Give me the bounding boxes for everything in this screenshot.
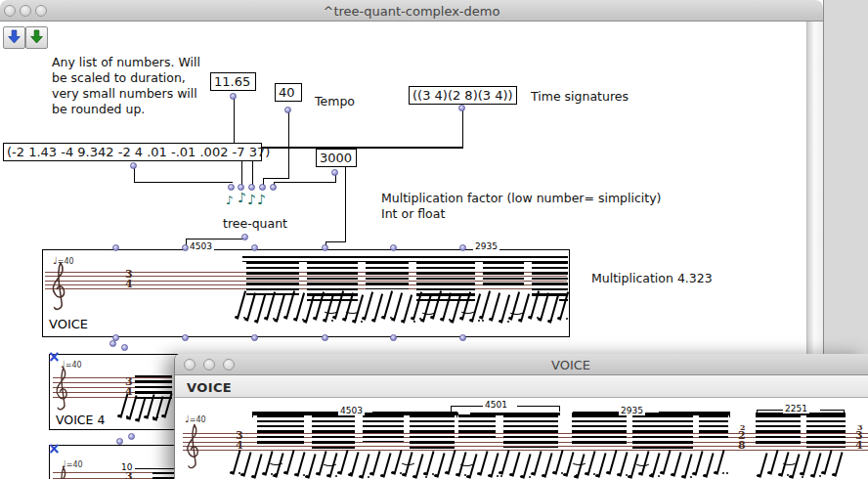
treble-clef-icon — [47, 260, 72, 313]
duration-value-box[interactable]: 11.65 — [210, 72, 256, 91]
comment-line: Any list of numbers. Will — [52, 55, 200, 70]
delete-x-icon[interactable]: × — [48, 348, 61, 366]
zoom-button[interactable] — [223, 359, 235, 370]
connection-port[interactable] — [182, 244, 189, 251]
comment-line: Multiplication factor (low number= simpl… — [381, 191, 661, 206]
patch-cord — [134, 182, 233, 183]
sixteenth-note-icon: ♪ — [247, 192, 256, 207]
connection-port[interactable] — [238, 184, 244, 191]
comment-line: be scaled to duration, — [52, 70, 200, 86]
voice-window[interactable]: VOICE VOICE 4503450129352251 ♩=40 34 2 2… — [174, 354, 868, 479]
number-list-box[interactable]: (-2 1.43 -4 9.342 -2 4 .01 -.01 .002 -7 … — [3, 143, 262, 161]
voice-header-bar: VOICE — [175, 375, 868, 398]
connection-port[interactable] — [331, 169, 338, 176]
connection-port[interactable] — [116, 438, 123, 445]
time-signature: 3 — [125, 472, 133, 479]
connection-port[interactable] — [109, 340, 116, 347]
score-box-voice[interactable] — [42, 249, 570, 337]
comment-line: Int or float — [381, 206, 661, 222]
connection-port[interactable] — [251, 244, 258, 251]
minimize-button[interactable] — [203, 359, 215, 370]
connection-port[interactable] — [322, 334, 328, 341]
connection-port[interactable] — [241, 234, 248, 240]
mult-factor-comment: Multiplication factor (low number= simpl… — [381, 191, 661, 222]
patch-cord — [186, 239, 245, 240]
connection-port[interactable] — [251, 334, 258, 341]
main-titlebar[interactable]: ^tree-quant-complex-demo — [0, 0, 823, 22]
voice-titlebar[interactable]: VOICE — [175, 354, 868, 375]
patch-cord — [288, 110, 289, 179]
patch-cord — [234, 97, 235, 143]
connection-port[interactable] — [459, 334, 466, 341]
tempo-value-box[interactable]: 40 — [275, 83, 302, 102]
window-title: ^tree-quant-complex-demo — [0, 4, 823, 19]
eval-green-arrow-button[interactable] — [25, 26, 48, 49]
connection-port[interactable] — [121, 344, 128, 351]
multiplication-value-box[interactable]: 3000 — [316, 149, 357, 167]
connection-port[interactable] — [128, 433, 135, 440]
treble-clef-icon — [51, 465, 74, 479]
down-arrow-blue-icon — [8, 29, 21, 44]
patch-cord — [263, 178, 289, 179]
connection-port[interactable] — [112, 244, 119, 251]
sixteenth-note-icon: ♪ — [257, 192, 266, 207]
voice-header-label: VOICE — [187, 380, 232, 395]
time-signatures-box[interactable]: ((3 4)(2 8)(3 4)) — [409, 86, 517, 105]
connection-port[interactable] — [228, 184, 235, 191]
time-signature: 34 — [236, 431, 243, 451]
treble-clef-icon — [51, 366, 74, 413]
patch-cord — [462, 109, 463, 149]
connection-port[interactable] — [230, 93, 237, 100]
voice-name-label: VOICE — [49, 317, 88, 331]
connection-port[interactable] — [130, 162, 137, 169]
sixteenth-note-icon: ♪ — [238, 190, 246, 205]
delete-x-icon[interactable]: × — [48, 440, 61, 457]
connection-port[interactable] — [390, 334, 397, 341]
connection-port[interactable] — [259, 184, 266, 191]
comment-any-list: Any list of numbers. Will be scaled to d… — [52, 55, 200, 117]
desktop: ^tree-quant-complex-demo Any list of num… — [0, 0, 868, 479]
eval-blue-arrow-button[interactable] — [3, 26, 25, 49]
connection-port[interactable] — [390, 244, 397, 251]
connection-port[interactable] — [458, 105, 465, 111]
connection-port[interactable] — [182, 334, 189, 341]
time-signatures-label: Time signatures — [531, 89, 629, 104]
connection-port[interactable] — [459, 244, 466, 251]
connection-port[interactable] — [284, 107, 291, 113]
multiplication-result-label: Multiplication 4.323 — [591, 271, 713, 285]
comment-line: be rounded up. — [52, 102, 200, 117]
tempo-label: Tempo — [315, 94, 355, 109]
close-button[interactable] — [184, 359, 195, 370]
time-signature: 34 — [125, 270, 133, 289]
connection-port[interactable] — [270, 184, 277, 191]
comment-line: very small numbers will — [52, 86, 200, 102]
voice-score-canvas[interactable] — [175, 398, 868, 479]
treble-clef-icon — [181, 422, 206, 471]
patch-cord — [326, 241, 346, 242]
eighth-note-icon: ♪ — [226, 194, 234, 207]
tree-quant-node-label[interactable]: tree-quant — [223, 216, 287, 231]
window-title: VOICE — [551, 358, 590, 372]
connection-port[interactable] — [248, 184, 255, 191]
down-arrow-green-icon — [30, 29, 43, 44]
time-signature: 34 — [125, 377, 133, 397]
patch-cord — [274, 182, 336, 183]
voice-name-label: VOICE 4 — [56, 413, 105, 427]
patch-cord — [261, 147, 463, 149]
connection-port[interactable] — [322, 244, 328, 251]
